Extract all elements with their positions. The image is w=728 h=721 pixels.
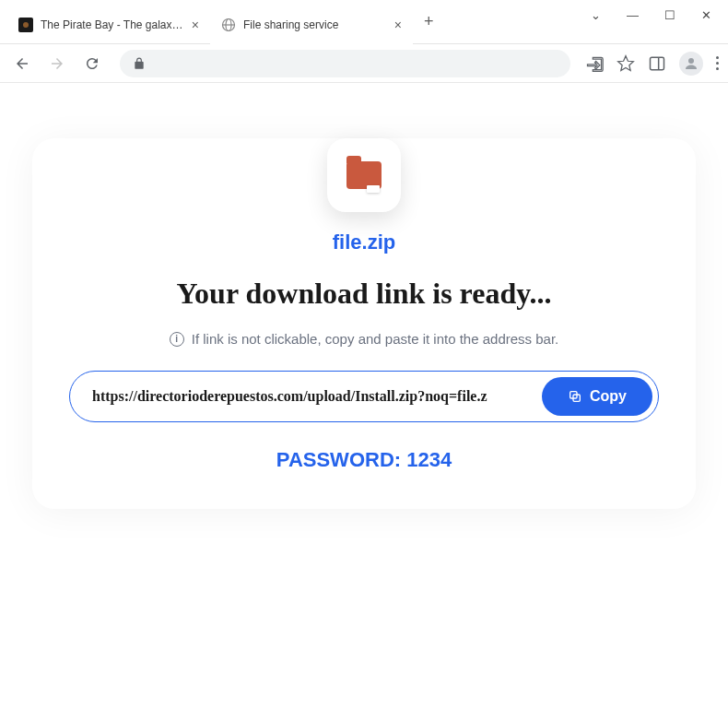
copy-icon bbox=[568, 389, 582, 404]
profile-icon[interactable] bbox=[679, 52, 703, 76]
close-window-button[interactable]: ✕ bbox=[701, 8, 711, 22]
password-label: PASSWORD: 1234 bbox=[69, 448, 659, 472]
globe-icon bbox=[221, 18, 236, 32]
copy-button[interactable]: Copy bbox=[542, 377, 652, 416]
hint-text: i If link is not clickable, copy and pas… bbox=[69, 331, 659, 347]
back-button[interactable] bbox=[9, 51, 35, 77]
reload-button[interactable] bbox=[79, 51, 105, 77]
download-card: file.zip Your download link is ready... … bbox=[32, 138, 696, 509]
new-tab-button[interactable]: + bbox=[413, 12, 445, 31]
maximize-button[interactable]: ☐ bbox=[664, 8, 675, 22]
close-icon[interactable]: × bbox=[192, 18, 199, 32]
svg-point-1 bbox=[23, 22, 29, 28]
piratebay-favicon bbox=[18, 18, 33, 32]
svg-point-7 bbox=[688, 58, 694, 64]
browser-toolbar bbox=[0, 44, 728, 83]
browser-titlebar: The Pirate Bay - The galaxy's mos × File… bbox=[0, 0, 728, 44]
bookmark-star-icon[interactable] bbox=[616, 54, 635, 73]
url-row: https://directorioderepuestos.com/upload… bbox=[69, 371, 659, 422]
download-heading: Your download link is ready... bbox=[69, 277, 659, 311]
lock-icon bbox=[133, 57, 146, 70]
tab-piratebay[interactable]: The Pirate Bay - The galaxy's mos × bbox=[7, 6, 210, 44]
tab-title: File sharing service bbox=[243, 18, 387, 31]
tab-filesharing[interactable]: File sharing service × bbox=[210, 6, 413, 44]
info-icon: i bbox=[170, 332, 184, 347]
share-icon[interactable] bbox=[585, 54, 604, 73]
forward-button[interactable] bbox=[44, 51, 70, 77]
file-icon bbox=[327, 138, 401, 212]
close-icon[interactable]: × bbox=[394, 18, 402, 32]
chevron-down-icon[interactable]: ⌄ bbox=[591, 8, 601, 22]
filename: file.zip bbox=[69, 230, 659, 254]
tab-title: The Pirate Bay - The galaxy's mos bbox=[41, 18, 184, 31]
address-bar[interactable] bbox=[120, 50, 570, 77]
side-panel-icon[interactable] bbox=[648, 54, 666, 73]
svg-rect-5 bbox=[651, 57, 664, 69]
menu-icon[interactable] bbox=[716, 56, 719, 70]
minimize-button[interactable]: — bbox=[627, 8, 639, 22]
download-url[interactable]: https://directorioderepuestos.com/upload… bbox=[92, 388, 531, 405]
